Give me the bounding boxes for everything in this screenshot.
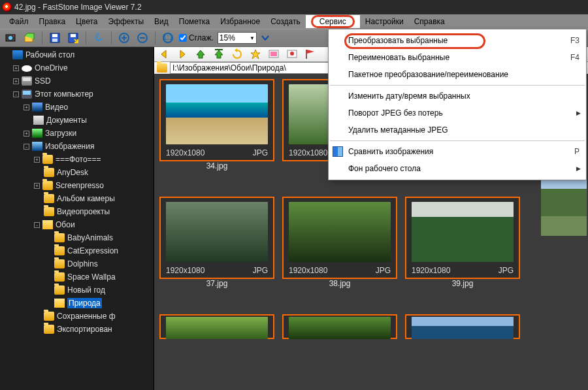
tree-item[interactable]: -Изображения <box>0 140 154 153</box>
smoothing-input[interactable] <box>179 34 187 42</box>
menu-item-избранное[interactable]: Избранное <box>215 15 265 28</box>
tree-item[interactable]: Альбом камеры <box>0 192 154 205</box>
menu-item[interactable]: Пакетное преобразование/переименование <box>329 66 586 83</box>
expand-icon[interactable]: + <box>13 65 19 71</box>
menu-item[interactable]: Фон рабочего стола <box>329 160 586 177</box>
favorites-icon[interactable] <box>248 47 263 61</box>
zoom-out-icon[interactable] <box>135 31 150 45</box>
collapse-icon[interactable]: - <box>13 91 19 97</box>
menu-hotkey: P <box>574 147 580 156</box>
tree-item[interactable]: Новый год <box>0 284 154 297</box>
app-icon <box>3 3 12 12</box>
thumbnail[interactable] <box>282 314 397 340</box>
tree-item[interactable]: Экспортирован <box>0 323 154 336</box>
expand-icon[interactable]: + <box>24 131 29 137</box>
tree-label: Обои <box>56 220 75 229</box>
tree-item[interactable]: BabyAnimals <box>0 231 154 244</box>
tree-item[interactable]: Природа <box>0 297 154 310</box>
chevron-down-icon[interactable] <box>261 33 270 42</box>
up-one-icon[interactable] <box>193 47 208 61</box>
back-icon[interactable] <box>157 47 171 61</box>
expand-icon[interactable]: + <box>34 157 40 163</box>
address-input[interactable]: I:\Изображения\Обои\Природа\ <box>170 62 336 74</box>
tree-item[interactable]: +OneDrive <box>0 61 154 74</box>
menu-item-создать[interactable]: Создать <box>265 15 306 28</box>
thumbnail[interactable]: 1920x1080JPG38.jpg <box>282 197 397 312</box>
tree-item[interactable]: -Обои <box>0 218 154 231</box>
video-icon <box>32 103 42 112</box>
thumbnail[interactable] <box>405 314 520 340</box>
tree-label: Изображения <box>45 142 94 151</box>
slideshow-icon[interactable] <box>267 47 281 61</box>
menu-item[interactable]: Преобразовать выбранныеF3 <box>329 32 586 49</box>
tree-item[interactable]: Сохраненные ф <box>0 310 154 323</box>
zoom-in-icon[interactable] <box>117 31 131 45</box>
tree-item[interactable]: Видеопроекты <box>0 205 154 218</box>
tree-item[interactable]: Документы <box>0 114 154 127</box>
menu-item-пометка[interactable]: Пометка <box>174 15 216 28</box>
expand-icon[interactable]: + <box>34 183 40 189</box>
desktop-icon <box>12 50 23 59</box>
thumbnail[interactable]: 1920x1080JPG39.jpg <box>405 197 520 312</box>
save-as-icon[interactable] <box>66 31 80 45</box>
menu-bar[interactable]: ФайлПравкаЦветаЭффектыВидПометкаИзбранно… <box>0 14 588 29</box>
menu-item-цвета[interactable]: Цвета <box>71 15 103 28</box>
menu-item-справка[interactable]: Справка <box>409 15 450 28</box>
tree-item[interactable]: AnyDesk <box>0 166 154 179</box>
smoothing-checkbox[interactable]: Сглаж. <box>179 33 214 42</box>
zoom-combo[interactable]: 15% ▼ <box>218 32 257 44</box>
tree-item[interactable]: CatExpression <box>0 244 154 257</box>
thumbnail[interactable]: 1920x1080JPG37.jpg <box>159 197 274 312</box>
menu-item[interactable]: Удалить метаданные JPEG <box>329 122 586 138</box>
menu-item-правка[interactable]: Правка <box>34 15 71 28</box>
menu-item-настройки[interactable]: Настройки <box>360 15 409 28</box>
folder-icon <box>44 325 54 334</box>
thumbnail[interactable] <box>159 314 274 340</box>
title-bar: 42.jpg - FastStone Image Viewer 7.2 <box>0 0 588 14</box>
tree-item[interactable]: +Загрузки <box>0 127 154 140</box>
tree-item[interactable]: +Screenpresso <box>0 179 154 192</box>
menu-item[interactable]: Поворот JPEG без потерь <box>329 105 586 122</box>
menu-item-вид[interactable]: Вид <box>149 15 174 28</box>
tree-item[interactable]: Рабочий стол <box>0 48 154 61</box>
acquire-icon[interactable] <box>4 31 18 45</box>
tree-item[interactable]: +SSD <box>0 74 154 88</box>
undo-icon[interactable] <box>91 31 106 45</box>
collapse-icon[interactable]: - <box>34 222 40 228</box>
forward-icon[interactable] <box>175 47 189 61</box>
menu-item[interactable]: Изменить дату/время выбранных <box>329 88 586 105</box>
tree-label: Dolphins <box>67 259 98 268</box>
up-top-icon[interactable] <box>212 47 226 61</box>
thumbnail-image <box>289 317 391 339</box>
tree-label: BabyAnimals <box>67 233 113 242</box>
save-icon[interactable] <box>48 31 62 45</box>
actual-size-icon[interactable]: 1:1 <box>161 31 175 45</box>
folder-tree[interactable]: Рабочий стол+OneDrive+SSD-Этот компьютер… <box>0 47 154 390</box>
menu-item[interactable]: Переименовать выбранныеF4 <box>329 49 586 66</box>
menu-item-сервис[interactable]: Сервис <box>306 15 360 28</box>
menu-item-label: Изменить дату/время выбранных <box>348 91 470 101</box>
collapse-icon[interactable]: - <box>24 144 29 150</box>
menu-item-файл[interactable]: Файл <box>4 15 34 28</box>
thumbnail[interactable]: 1920x1080JPG34.jpg <box>159 79 274 194</box>
compare-icon <box>333 146 343 157</box>
tree-item[interactable]: +===Фото=== <box>0 153 154 166</box>
svg-rect-18 <box>306 50 307 59</box>
tree-item[interactable]: Dolphins <box>0 257 154 270</box>
tag-icon[interactable] <box>285 47 299 61</box>
service-menu-dropdown[interactable]: Преобразовать выбранныеF3Переименовать в… <box>328 29 587 180</box>
thumb-dimensions: 1920x1080 <box>166 148 204 160</box>
open-icon[interactable] <box>22 31 37 45</box>
refresh-icon[interactable] <box>230 47 244 61</box>
expand-icon[interactable]: + <box>24 105 29 110</box>
tree-label: CatExpression <box>67 246 118 255</box>
menu-item-эффекты[interactable]: Эффекты <box>103 15 150 28</box>
menu-item[interactable]: Сравнить изображенияP <box>329 143 586 160</box>
tree-item[interactable]: +Видео <box>0 101 154 114</box>
expand-icon[interactable]: + <box>13 78 19 84</box>
tree-item[interactable]: Space Wallpa <box>0 270 154 284</box>
thumb-filename: 38.jpg <box>282 279 397 292</box>
flag-icon[interactable] <box>303 47 318 61</box>
pc-icon <box>22 89 32 99</box>
tree-item[interactable]: -Этот компьютер <box>0 88 154 101</box>
